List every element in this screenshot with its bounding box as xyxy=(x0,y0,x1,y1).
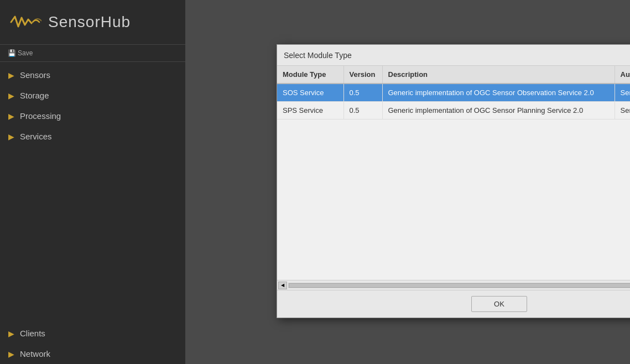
col-header-version: Version xyxy=(343,66,382,84)
scroll-thumb[interactable] xyxy=(289,283,630,288)
scroll-track[interactable] xyxy=(288,283,630,288)
sidebar: SensorHub 💾 Save ▶ Sensors ▶ Storage ▶ P… xyxy=(0,0,185,364)
arrow-icon: ▶ xyxy=(8,132,14,141)
sidebar-item-label: Sensors xyxy=(20,70,50,80)
modal-titlebar: Select Module Type + × xyxy=(277,45,630,66)
modal-table-container: Module Type Version Description Author S… xyxy=(277,66,630,280)
arrow-icon: ▶ xyxy=(8,350,14,358)
sidebar-item-services[interactable]: ▶ Services xyxy=(0,126,185,147)
modal-dialog: Select Module Type + × Module Type Versi… xyxy=(277,44,630,318)
cell-module_type: SOS Service xyxy=(277,84,343,102)
cell-module_type: SPS Service xyxy=(277,102,343,119)
arrow-icon: ▶ xyxy=(8,91,14,100)
table-header-row: Module Type Version Description Author xyxy=(277,66,630,84)
table-row[interactable]: SOS Service0.5Generic implementation of … xyxy=(277,84,630,102)
cell-description: Generic implementation of OGC Sensor Pla… xyxy=(382,102,615,119)
sidebar-item-label: Network xyxy=(20,349,50,358)
sidebar-item-processing[interactable]: ▶ Processing xyxy=(0,106,185,126)
save-button[interactable]: 💾 Save xyxy=(6,48,35,58)
main-content: Select Module Type + × Module Type Versi… xyxy=(185,0,630,364)
module-table: Module Type Version Description Author S… xyxy=(277,66,630,119)
horizontal-scrollbar[interactable]: ◀ ▶ xyxy=(277,280,630,290)
sidebar-item-label: Clients xyxy=(20,329,45,338)
sidebar-toolbar: 💾 Save xyxy=(0,44,185,62)
cell-description: Generic implementation of OGC Sensor Obs… xyxy=(382,84,615,102)
sidebar-nav: ▶ Sensors ▶ Storage ▶ Processing ▶ Servi… xyxy=(0,62,185,364)
app-title: SensorHub xyxy=(48,13,131,31)
cell-author: Sensia Software LL xyxy=(615,84,630,102)
col-header-module-type: Module Type xyxy=(277,66,343,84)
cell-version: 0.5 xyxy=(343,84,382,102)
arrow-icon: ▶ xyxy=(8,112,14,121)
sidebar-header: SensorHub xyxy=(0,0,185,44)
save-icon: 💾 xyxy=(8,49,16,57)
modal-title: Select Module Type xyxy=(284,51,352,60)
sidebar-item-sensors[interactable]: ▶ Sensors xyxy=(0,65,185,85)
sidebar-item-label: Storage xyxy=(20,91,49,100)
sidebar-item-clients[interactable]: ▶ Clients xyxy=(0,323,185,344)
arrow-icon: ▶ xyxy=(8,329,14,338)
col-header-author: Author xyxy=(615,66,630,84)
col-header-description: Description xyxy=(382,66,615,84)
sidebar-item-label: Processing xyxy=(20,111,61,121)
sidebar-item-network[interactable]: ▶ Network xyxy=(0,344,185,364)
nav-spacer xyxy=(0,147,185,323)
table-row[interactable]: SPS Service0.5Generic implementation of … xyxy=(277,102,630,119)
sidebar-item-label: Services xyxy=(20,132,52,141)
sidebar-item-storage[interactable]: ▶ Storage xyxy=(0,85,185,106)
app-logo xyxy=(8,6,41,39)
scroll-left-arrow[interactable]: ◀ xyxy=(278,282,287,289)
modal-footer: OK xyxy=(277,290,630,318)
cell-author: Sensia Software LL xyxy=(615,102,630,119)
cell-version: 0.5 xyxy=(343,102,382,119)
ok-button[interactable]: OK xyxy=(471,296,527,312)
arrow-icon: ▶ xyxy=(8,71,14,80)
